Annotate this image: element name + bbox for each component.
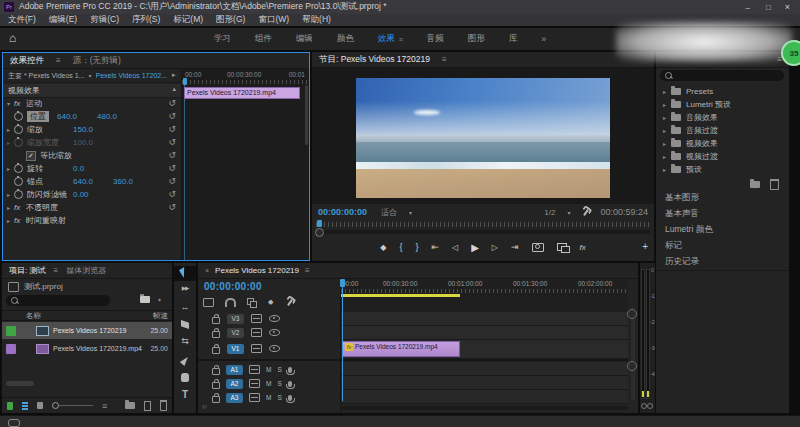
scale-width-reset-icon[interactable]: ↺ (168, 137, 176, 147)
timeline-vscrollbar[interactable] (631, 307, 635, 401)
audio-meters-panel[interactable]: 0 -12 -24 -36 -48 (640, 263, 655, 413)
tab-effect-controls[interactable]: 效果控件 (10, 55, 44, 67)
mute-button[interactable]: M (266, 366, 271, 373)
menu-graphics[interactable]: 图形(G) (216, 14, 245, 26)
effects-folder-lumetri-presets[interactable]: ▸ Lumetri 预设 (656, 98, 789, 111)
effects-folder-video-effects[interactable]: ▸ 视频效果 (656, 137, 789, 150)
master-clip-label[interactable]: Pexels Videos 17202... (96, 72, 167, 79)
lock-icon[interactable] (212, 368, 220, 375)
track-visibility-eye-icon[interactable] (269, 329, 280, 336)
sync-lock-icon[interactable] (249, 393, 260, 402)
tool-hand[interactable] (181, 373, 189, 382)
label-chip-green[interactable] (6, 326, 16, 336)
export-frame-button[interactable] (532, 243, 544, 252)
user-presets-caret-icon[interactable]: ▸ (663, 166, 666, 173)
label-chip-purple[interactable] (6, 344, 16, 354)
lumetri-caret-icon[interactable]: ▸ (663, 101, 666, 108)
voiceover-mic-icon[interactable] (288, 367, 292, 373)
voiceover-mic-icon[interactable] (288, 395, 292, 401)
effects-folder-presets[interactable]: ▸ Presets (656, 85, 789, 98)
effects-search-box[interactable] (660, 70, 784, 81)
new-bin-icon[interactable] (750, 181, 760, 188)
sync-lock-icon[interactable] (249, 379, 260, 388)
insert-as-nested-icon[interactable] (203, 298, 214, 307)
menu-sequence[interactable]: 序列(S) (132, 14, 160, 26)
timeline-panel-menu-icon[interactable]: ≡ (305, 266, 310, 275)
snap-magnet-icon[interactable] (225, 298, 236, 307)
project-writable-icon[interactable] (7, 402, 13, 410)
master-caret-icon[interactable]: ▾ (89, 72, 92, 79)
status-link-icon[interactable] (8, 419, 20, 427)
timeline-tab-close-icon[interactable]: × (205, 267, 209, 274)
audio-effects-caret-icon[interactable]: ▸ (663, 114, 666, 121)
program-scrub-ruler[interactable] (316, 222, 650, 227)
motion-caret-icon[interactable]: ▾ (3, 100, 14, 107)
anchor-y-value[interactable]: 360.0 (113, 177, 153, 186)
scale-value[interactable]: 150.0 (73, 125, 113, 134)
scale-stopwatch-icon[interactable] (14, 125, 23, 134)
zoom-slider-knob[interactable] (52, 402, 59, 409)
program-panel-menu-icon[interactable]: ≡ (442, 55, 447, 64)
linked-selection-icon[interactable] (247, 298, 257, 306)
mark-in-button[interactable]: { (399, 242, 402, 252)
tool-slip[interactable]: ⇆ (174, 336, 196, 346)
column-name[interactable]: 名称 (26, 311, 41, 321)
menu-edit[interactable]: 编辑(E) (49, 14, 77, 26)
project-scrollbar-stub[interactable] (6, 381, 34, 386)
track-target-v1[interactable]: V1 (227, 344, 244, 354)
lock-icon[interactable] (212, 317, 220, 324)
track-head-a3[interactable]: A3 M S (212, 391, 292, 404)
program-playhead[interactable] (317, 220, 322, 227)
dock-tab-lumetri-color[interactable]: Lumetri 颜色 (656, 222, 789, 239)
effect-row-opacity[interactable]: ▸ fx 不透明度 ↺ (3, 201, 181, 214)
lane-a1[interactable] (341, 362, 628, 376)
step-back-button[interactable]: ◁ (452, 243, 458, 252)
tool-type[interactable]: T (174, 389, 196, 400)
effect-row-position[interactable]: 位置 640.0 480.0 ↺ (3, 110, 181, 123)
opacity-caret-icon[interactable]: ▸ (3, 204, 14, 211)
play-button[interactable]: ▶ (471, 242, 479, 253)
recording-badge[interactable]: 35 (781, 40, 800, 66)
project-item-clip[interactable]: Pexels Videos 1720219.mp4 25.00 (2, 340, 172, 357)
menu-markers[interactable]: 标记(M) (173, 14, 203, 26)
track-visibility-eye-icon[interactable] (269, 315, 280, 322)
effect-row-uniform-scale[interactable]: ✓ 等比缩放 ↺ (3, 149, 181, 162)
goto-in-button[interactable]: ⇤ (431, 242, 439, 252)
scale-reset-icon[interactable]: ↺ (168, 124, 176, 134)
audio-transitions-caret-icon[interactable]: ▸ (663, 127, 666, 134)
timeline-lanes[interactable]: 00:00 00:00:30:00 00:01:00:00 00:01:30:0… (341, 279, 628, 401)
uniform-scale-reset-icon[interactable]: ↺ (168, 150, 176, 160)
uniform-scale-checkbox[interactable]: ✓ (26, 151, 36, 161)
voiceover-mic-icon[interactable] (288, 381, 292, 387)
track-visibility-eye-icon[interactable] (269, 345, 280, 352)
ecp-clip-bar[interactable]: Pexels Videos 1720219.mp4 (184, 87, 300, 99)
workspace-tab-effects[interactable]: 效果 (378, 33, 395, 45)
track-target-v3[interactable]: V3 (227, 314, 244, 324)
video-effects-collapse-icon[interactable]: ▴ (172, 85, 176, 93)
rotation-value[interactable]: 0.0 (73, 164, 113, 173)
goto-out-button[interactable]: ⇥ (511, 242, 519, 252)
timeline-settings-wrench-icon[interactable] (284, 297, 294, 307)
opacity-fx-icon[interactable]: fx (14, 203, 26, 212)
comparison-view-button[interactable] (557, 243, 567, 251)
zoom-slider[interactable] (52, 402, 93, 409)
program-scrollbar-knob[interactable] (315, 228, 324, 237)
add-marker-icon[interactable]: ◆ (268, 298, 273, 306)
workspace-tab-graphics[interactable]: 图形 (468, 33, 485, 45)
track-target-a1[interactable]: A1 (226, 365, 243, 375)
track-head-a1[interactable]: A1 M S (212, 363, 292, 376)
sync-lock-icon[interactable] (251, 328, 262, 337)
time-remap-fx-icon[interactable]: fx (14, 216, 26, 225)
opacity-reset-icon[interactable]: ↺ (168, 202, 176, 212)
position-stopwatch-icon[interactable] (14, 112, 23, 121)
solo-button[interactable]: S (277, 366, 281, 373)
project-filter-bin-icon[interactable] (140, 296, 150, 303)
timeline-vscroll-knob-bottom[interactable] (627, 361, 637, 371)
scale-caret-icon[interactable]: ▸ (3, 126, 14, 133)
dock-tab-history[interactable]: 历史记录 (656, 254, 789, 271)
video-effects-header[interactable]: 视频效果 ▴ (3, 84, 181, 98)
program-resolution-select[interactable]: 1/2 ▾ (544, 208, 570, 217)
track-target-v2[interactable]: V2 (227, 328, 244, 338)
tool-pen[interactable] (180, 355, 190, 366)
mark-out-button[interactable]: } (415, 242, 418, 252)
